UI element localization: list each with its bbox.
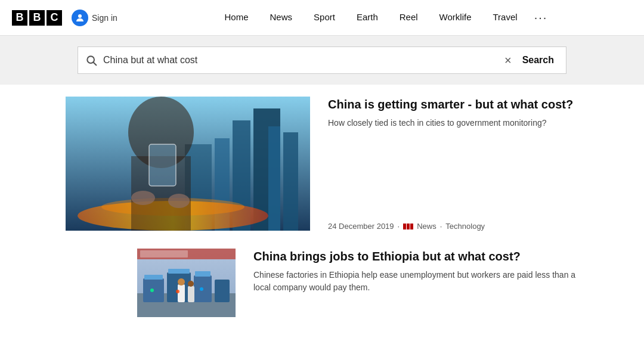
nav-item-home[interactable]: Home (214, 0, 259, 36)
svg-rect-22 (215, 280, 230, 302)
article-row-2: China brings jobs to Ethiopia but at wha… (66, 249, 578, 317)
svg-rect-23 (144, 275, 163, 280)
article-1-meta-dot2: · (440, 222, 442, 231)
svg-point-32 (200, 287, 203, 291)
article-row-1: China is getting smarter - but at what c… (66, 97, 578, 231)
article-1-title[interactable]: China is getting smarter - but at what c… (328, 97, 578, 112)
sign-in-avatar (72, 10, 88, 26)
article-1-content: China is getting smarter - but at what c… (328, 97, 578, 231)
svg-rect-24 (168, 269, 190, 274)
bbc-logo[interactable]: B B C (12, 10, 62, 26)
nav-item-news[interactable]: News (259, 0, 304, 36)
bbc-news-flag-icon (403, 224, 413, 229)
article-2-description: Chinese factories in Ethiopia help ease … (253, 269, 578, 294)
svg-rect-26 (178, 284, 185, 302)
svg-point-0 (78, 14, 82, 18)
nav-more-button[interactable]: ··· (528, 11, 554, 24)
svg-rect-28 (188, 286, 194, 302)
nav-item-travel[interactable]: Travel (482, 0, 528, 36)
nav-item-sport[interactable]: Sport (303, 0, 346, 36)
bbc-box-b2: B (29, 10, 45, 26)
article-2-image[interactable] (137, 249, 236, 317)
main-nav: Home News Sport Earth Reel Worklife Trav… (135, 0, 632, 36)
nav-item-reel[interactable]: Reel (389, 0, 429, 36)
clear-search-button[interactable]: × (504, 54, 512, 67)
svg-point-29 (188, 281, 194, 287)
svg-point-27 (178, 278, 185, 286)
results-container: China is getting smarter - but at what c… (54, 85, 590, 347)
svg-rect-6 (283, 132, 298, 231)
search-input[interactable] (103, 55, 499, 66)
sign-in-button[interactable]: Sign in (72, 10, 117, 26)
article-1-category-tech[interactable]: Technology (445, 222, 485, 231)
svg-rect-14 (149, 144, 176, 186)
article-2-title[interactable]: China brings jobs to Ethiopia but at wha… (253, 249, 578, 264)
svg-point-31 (176, 290, 179, 293)
article-1-category-news[interactable]: News (417, 222, 436, 231)
bbc-box-c: C (47, 10, 62, 26)
svg-rect-8 (268, 126, 280, 231)
article-2-content: China brings jobs to Ethiopia but at wha… (253, 249, 578, 294)
article-1-meta-dot: · (398, 222, 400, 231)
search-bar: × Search (78, 46, 566, 74)
svg-point-16 (168, 194, 190, 208)
svg-line-2 (94, 63, 97, 66)
svg-point-30 (150, 288, 154, 292)
search-button[interactable]: Search (518, 55, 559, 66)
bbc-box-b: B (12, 10, 27, 26)
nav-item-earth[interactable]: Earth (346, 0, 389, 36)
nav-item-worklife[interactable]: Worklife (429, 0, 482, 36)
search-bar-container: × Search (0, 36, 644, 85)
svg-rect-34 (140, 250, 188, 257)
sign-in-label: Sign in (92, 13, 117, 23)
article-1-image[interactable] (66, 97, 310, 231)
search-icon (85, 54, 97, 66)
svg-rect-25 (195, 271, 210, 277)
header: B B C Sign in Home News Sport Earth Reel… (0, 0, 644, 36)
article-1-date: 24 December 2019 (328, 222, 394, 231)
article-1-description: How closely tied is tech in cities to go… (328, 117, 578, 129)
svg-point-15 (131, 191, 155, 205)
article-1-meta: 24 December 2019 · News · Technology (328, 222, 578, 231)
